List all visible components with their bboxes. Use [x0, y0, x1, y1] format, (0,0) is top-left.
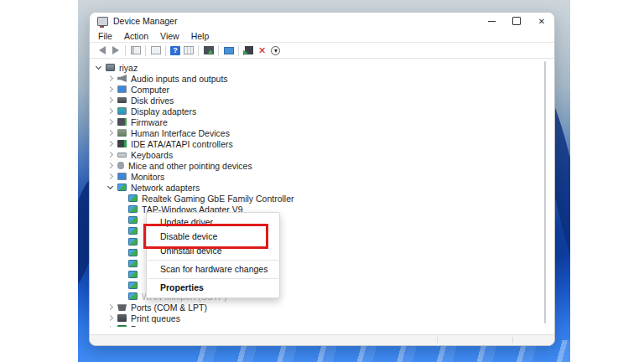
chevron-down-icon[interactable] [106, 184, 115, 192]
keyboard-icon [117, 153, 127, 158]
chevron-right-icon[interactable] [106, 85, 115, 94]
audio-icon [117, 75, 127, 82]
chevron-right-icon[interactable] [106, 303, 115, 312]
tree-item-monitors[interactable]: Monitors [90, 171, 554, 182]
tree-item-hid[interactable]: Human Interface Devices [90, 127, 554, 138]
tree-item-label: Display adapters [131, 106, 196, 116]
chevron-right-icon[interactable] [106, 129, 115, 137]
tree-item-riyaz[interactable]: riyaz [90, 62, 554, 73]
mouse-icon [117, 162, 124, 169]
properties-icon[interactable] [150, 46, 161, 55]
tree-item-label: Monitors [131, 172, 164, 182]
context-menu-separator [148, 260, 278, 261]
network-adapter-icon [128, 292, 138, 300]
tree-item-realtek-controller[interactable]: Realtek Gaming GbE Family Controller [90, 193, 554, 204]
scan-hardware-changes-icon[interactable] [223, 46, 234, 55]
tree-item-disk-drives[interactable]: Disk drives [90, 95, 554, 106]
tree-item-label: Print queues [131, 313, 180, 323]
tree-item-mice[interactable]: Mice and other pointing devices [90, 160, 554, 171]
network-adapter-icon [128, 238, 138, 246]
ports-icon [117, 303, 127, 311]
tree-item-audio-inputs[interactable]: Audio inputs and outputs [90, 73, 554, 84]
tree-item-label: Human Interface Devices [131, 128, 230, 138]
uninstall-device-icon[interactable]: ✕ [257, 46, 267, 55]
tree-item-label: Computer [131, 85, 169, 95]
vertical-scrollbar[interactable] [544, 61, 546, 323]
chevron-right-icon[interactable] [106, 75, 115, 83]
context-menu-item-properties[interactable]: Properties [147, 281, 279, 295]
network-adapter-icon [128, 282, 138, 289]
hid-icon [117, 129, 127, 137]
back-icon[interactable] [96, 46, 107, 55]
menu-file[interactable]: File [92, 31, 118, 41]
tree-item-label: riyaz [119, 63, 138, 73]
tree-item-ide-controllers[interactable]: IDE ATA/ATAPI controllers [90, 138, 554, 149]
status-bar-separator [437, 337, 438, 344]
show-console-tree-icon[interactable] [130, 46, 141, 55]
network-adapter-icon [128, 249, 138, 256]
maximize-button[interactable] [504, 13, 529, 29]
chevron-right-icon[interactable] [106, 140, 115, 148]
tree-item-print-queues[interactable]: Print queues [90, 313, 554, 323]
context-menu-item-disable-device[interactable]: Disable device [147, 230, 279, 244]
menu-help[interactable]: Help [185, 31, 216, 41]
tree-item-label: Disk drives [131, 96, 174, 106]
tree-item-computer[interactable]: Computer [90, 84, 554, 95]
context-menu-item-uninstall-device[interactable]: Uninstall device [147, 244, 279, 258]
context-menu-separator [148, 278, 278, 279]
chevron-down-icon[interactable] [95, 64, 103, 72]
display-adapter-icon [117, 107, 127, 115]
network-adapter-icon [128, 216, 138, 224]
chevron-right-icon[interactable] [106, 325, 115, 328]
printer-icon [117, 314, 127, 322]
chevron-right-icon[interactable] [106, 162, 115, 170]
devices-by-type-icon[interactable] [183, 46, 194, 55]
chevron-right-icon[interactable] [106, 151, 115, 159]
disable-device-icon[interactable] [270, 46, 281, 55]
tree-item-network-adapters[interactable]: Network adapters [90, 182, 554, 193]
computer-monitor-icon [117, 85, 127, 93]
help-icon[interactable]: ? [170, 46, 180, 55]
tree-item-label: Firmware [131, 117, 168, 127]
tree-item-label: Realtek Gaming GbE Family Controller [142, 194, 293, 204]
close-button[interactable]: ✕ [529, 13, 554, 29]
tree-item-ports[interactable]: Ports (COM & LPT) [90, 302, 554, 313]
processor-icon [117, 325, 127, 327]
chevron-right-icon[interactable] [106, 107, 115, 116]
tree-item-firmware[interactable]: Firmware [90, 116, 554, 127]
tree-item-label: Audio inputs and outputs [131, 74, 228, 84]
chevron-right-icon[interactable] [106, 96, 115, 105]
menu-bar: File Action View Help [90, 29, 554, 43]
tree-item-display-adapters[interactable]: Display adapters [90, 106, 554, 116]
network-adapter-icon [128, 271, 138, 278]
minimize-button[interactable] [479, 13, 504, 29]
status-bar-separator [512, 337, 513, 344]
tree-item-keyboards[interactable]: Keyboards [90, 149, 554, 160]
ide-controller-icon [117, 140, 127, 147]
tree-item-label: Mice and other pointing devices [128, 161, 252, 171]
tree-item-label: Processors [131, 324, 175, 328]
tree-item-label: Ports (COM & LPT) [131, 303, 207, 313]
chevron-right-icon[interactable] [106, 173, 115, 181]
forward-icon[interactable] [110, 46, 121, 55]
computer-icon [106, 64, 115, 71]
tree-item-label: IDE ATA/ATAPI controllers [131, 139, 233, 149]
network-adapter-icon [128, 227, 138, 235]
menu-action[interactable]: Action [118, 31, 154, 41]
context-menu-item-scan-hardware-changes[interactable]: Scan for hardware changes [147, 262, 279, 277]
context-menu: Update driver Disable device Uninstall d… [146, 212, 280, 298]
tree-item-processors[interactable]: Processors [90, 323, 554, 327]
toolbar: ? ✕ [90, 43, 554, 59]
title-bar[interactable]: Device Manager ✕ [90, 13, 554, 29]
chevron-right-icon[interactable] [106, 314, 115, 323]
network-adapter-icon [128, 260, 138, 267]
menu-view[interactable]: View [154, 31, 185, 41]
status-bar [90, 334, 554, 345]
window-title: Device Manager [113, 16, 177, 26]
tree-item-label: Network adapters [131, 183, 200, 193]
update-driver-icon[interactable] [203, 46, 214, 55]
chevron-right-icon[interactable] [106, 118, 115, 127]
enable-device-icon[interactable] [243, 46, 254, 55]
firmware-icon [117, 118, 127, 126]
context-menu-item-update-driver[interactable]: Update driver [147, 215, 279, 230]
